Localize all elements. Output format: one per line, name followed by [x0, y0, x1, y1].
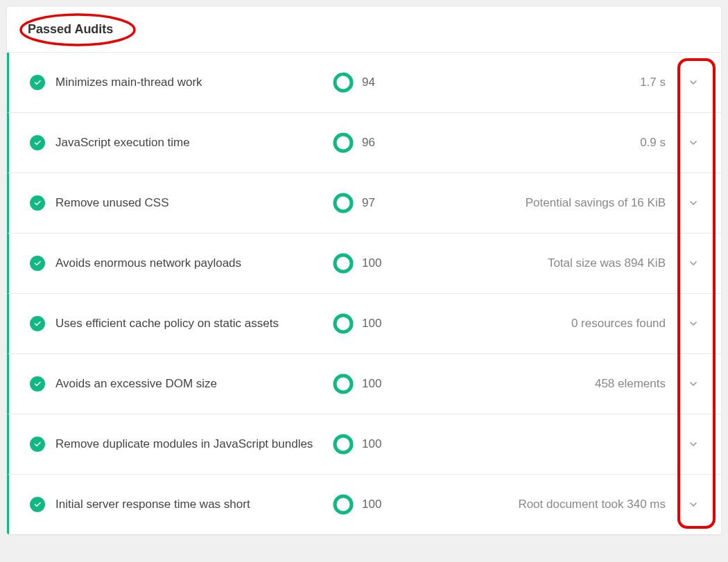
audit-title: Initial server response time was short: [55, 497, 333, 512]
chevron-down-icon[interactable]: [686, 77, 700, 88]
score-wrap: 100: [333, 374, 416, 394]
check-icon: [30, 135, 45, 150]
svg-point-4: [335, 134, 352, 151]
chevron-down-icon[interactable]: [686, 439, 700, 450]
score-wrap: 100: [333, 494, 416, 515]
svg-point-10: [335, 315, 352, 332]
check-icon: [30, 497, 45, 512]
audit-row[interactable]: Avoids an excessive DOM size 100 458 ele…: [7, 354, 721, 414]
score-ring-icon: [333, 374, 354, 394]
audit-row[interactable]: Initial server response time was short 1…: [7, 475, 721, 534]
score-ring-icon: [333, 72, 354, 93]
svg-point-8: [335, 255, 352, 272]
audit-row[interactable]: Uses efficient cache policy on static as…: [7, 294, 721, 354]
audit-detail: 0 resources found: [416, 317, 686, 331]
svg-point-16: [335, 496, 352, 513]
score-wrap: 97: [333, 193, 416, 213]
svg-point-6: [335, 195, 352, 211]
passed-audits-card: Passed Audits Minimizes main-thread work…: [7, 7, 721, 534]
audit-score: 100: [362, 498, 381, 511]
score-ring-icon: [333, 193, 354, 213]
score-ring-icon: [333, 494, 354, 515]
score-wrap: 100: [333, 253, 416, 274]
audit-row[interactable]: Remove duplicate modules in JavaScript b…: [7, 414, 721, 475]
check-icon: [30, 75, 45, 90]
chevron-down-icon[interactable]: [686, 137, 700, 148]
score-ring-icon: [333, 313, 354, 334]
audit-title: Avoids an excessive DOM size: [55, 376, 333, 392]
audit-title: Minimizes main-thread work: [55, 75, 333, 90]
score-ring-icon: [333, 132, 354, 153]
audit-detail: Total size was 894 KiB: [416, 256, 686, 270]
check-icon: [30, 316, 45, 331]
audit-score: 96: [362, 136, 375, 150]
score-wrap: 100: [333, 313, 416, 334]
audit-score: 100: [362, 377, 381, 391]
score-ring-icon: [333, 253, 354, 274]
audit-row[interactable]: Minimizes main-thread work 94 1.7 s: [7, 53, 721, 113]
audit-score: 100: [362, 437, 381, 451]
audit-title: Avoids enormous network payloads: [55, 256, 333, 271]
svg-point-2: [335, 74, 352, 91]
check-icon: [30, 256, 45, 271]
audit-title: Uses efficient cache policy on static as…: [55, 316, 333, 331]
chevron-down-icon[interactable]: [686, 499, 700, 510]
audit-score: 100: [362, 317, 381, 331]
svg-point-12: [335, 376, 352, 392]
audit-row[interactable]: Remove unused CSS 97 Potential savings o…: [7, 173, 721, 234]
check-icon: [30, 376, 45, 392]
audit-detail: Root document took 340 ms: [416, 498, 686, 511]
score-wrap: 96: [333, 132, 416, 153]
score-wrap: 100: [333, 434, 416, 455]
section-header[interactable]: Passed Audits: [7, 7, 721, 53]
chevron-down-icon[interactable]: [686, 258, 700, 269]
score-ring-icon: [333, 434, 354, 455]
audit-detail: 1.7 s: [416, 76, 686, 89]
audit-list: Minimizes main-thread work 94 1.7 s Java…: [7, 53, 721, 534]
audit-detail: 458 elements: [416, 377, 686, 391]
audit-row[interactable]: JavaScript execution time 96 0.9 s: [7, 113, 721, 173]
chevron-down-icon[interactable]: [686, 378, 700, 389]
score-wrap: 94: [333, 72, 416, 93]
audit-title: JavaScript execution time: [55, 135, 333, 150]
audit-score: 97: [362, 196, 375, 210]
audit-title: Remove duplicate modules in JavaScript b…: [55, 437, 333, 452]
check-icon: [30, 437, 45, 452]
section-title: Passed Audits: [28, 22, 113, 36]
svg-point-14: [335, 436, 352, 453]
chevron-down-icon[interactable]: [686, 197, 700, 209]
audit-detail: 0.9 s: [416, 136, 686, 150]
audit-score: 94: [362, 76, 375, 89]
audit-score: 100: [362, 256, 381, 270]
audit-detail: Potential savings of 16 KiB: [416, 196, 686, 210]
chevron-down-icon[interactable]: [686, 318, 700, 329]
audit-title: Remove unused CSS: [55, 195, 333, 211]
check-icon: [30, 195, 45, 211]
audit-row[interactable]: Avoids enormous network payloads 100 Tot…: [7, 234, 721, 294]
